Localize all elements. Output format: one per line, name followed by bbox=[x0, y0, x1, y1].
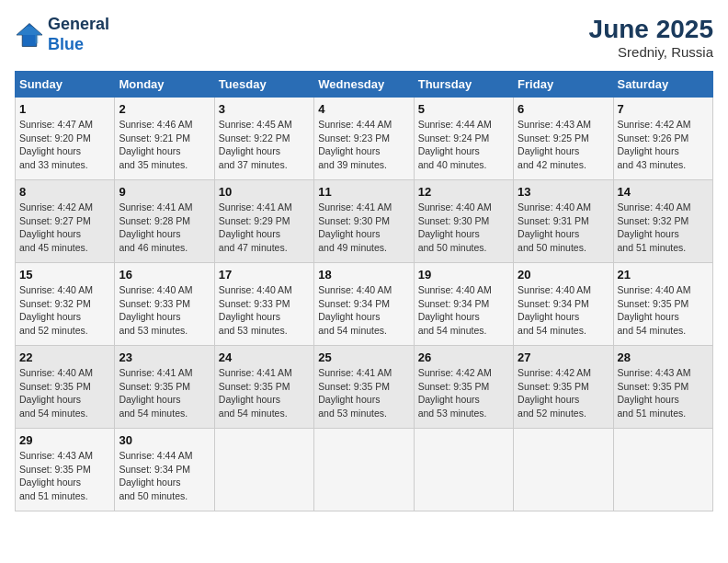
day-number: 7 bbox=[618, 102, 709, 116]
day-info: Sunrise: 4:40 AM Sunset: 9:34 PM Dayligh… bbox=[318, 283, 409, 338]
day-info: Sunrise: 4:43 AM Sunset: 9:35 PM Dayligh… bbox=[19, 449, 110, 503]
day-number: 11 bbox=[318, 185, 409, 199]
day-info: Sunrise: 4:47 AM Sunset: 9:20 PM Dayligh… bbox=[19, 118, 110, 172]
calendar-cell: 10 Sunrise: 4:41 AM Sunset: 9:29 PM Dayl… bbox=[214, 180, 313, 263]
calendar-cell bbox=[613, 429, 712, 511]
day-info: Sunrise: 4:40 AM Sunset: 9:35 PM Dayligh… bbox=[618, 283, 709, 338]
day-info: Sunrise: 4:44 AM Sunset: 9:24 PM Dayligh… bbox=[418, 118, 509, 172]
calendar-cell: 28 Sunrise: 4:43 AM Sunset: 9:35 PM Dayl… bbox=[613, 346, 712, 429]
title-block: June 2025 Sredniy, Russia bbox=[589, 15, 713, 60]
calendar-cell: 12 Sunrise: 4:40 AM Sunset: 9:30 PM Dayl… bbox=[414, 180, 513, 263]
day-number: 29 bbox=[19, 433, 110, 447]
logo-line1: General bbox=[48, 15, 109, 35]
calendar-cell: 26 Sunrise: 4:42 AM Sunset: 9:35 PM Dayl… bbox=[414, 346, 513, 429]
calendar-cell bbox=[514, 429, 613, 511]
day-info: Sunrise: 4:41 AM Sunset: 9:35 PM Dayligh… bbox=[219, 366, 310, 420]
calendar-cell: 27 Sunrise: 4:42 AM Sunset: 9:35 PM Dayl… bbox=[514, 346, 613, 429]
day-number: 2 bbox=[119, 102, 210, 116]
day-number: 12 bbox=[418, 185, 509, 199]
day-info: Sunrise: 4:40 AM Sunset: 9:31 PM Dayligh… bbox=[518, 201, 609, 255]
day-number: 30 bbox=[119, 433, 210, 447]
calendar-table: Sunday Monday Tuesday Wednesday Thursday… bbox=[15, 71, 713, 511]
day-info: Sunrise: 4:44 AM Sunset: 9:34 PM Dayligh… bbox=[119, 449, 210, 503]
calendar-cell: 17 Sunrise: 4:40 AM Sunset: 9:33 PM Dayl… bbox=[214, 263, 313, 346]
day-info: Sunrise: 4:40 AM Sunset: 9:35 PM Dayligh… bbox=[19, 366, 110, 420]
calendar-cell: 25 Sunrise: 4:41 AM Sunset: 9:35 PM Dayl… bbox=[314, 346, 414, 429]
day-info: Sunrise: 4:42 AM Sunset: 9:27 PM Dayligh… bbox=[19, 201, 110, 255]
day-info: Sunrise: 4:40 AM Sunset: 9:32 PM Dayligh… bbox=[618, 201, 709, 255]
day-info: Sunrise: 4:41 AM Sunset: 9:35 PM Dayligh… bbox=[318, 366, 409, 420]
calendar-cell: 16 Sunrise: 4:40 AM Sunset: 9:33 PM Dayl… bbox=[115, 263, 214, 346]
day-number: 17 bbox=[219, 268, 310, 282]
day-info: Sunrise: 4:41 AM Sunset: 9:29 PM Dayligh… bbox=[219, 201, 310, 255]
day-info: Sunrise: 4:41 AM Sunset: 9:30 PM Dayligh… bbox=[318, 201, 409, 255]
day-info: Sunrise: 4:42 AM Sunset: 9:26 PM Dayligh… bbox=[618, 118, 709, 172]
calendar-cell: 5 Sunrise: 4:44 AM Sunset: 9:24 PM Dayli… bbox=[414, 98, 513, 180]
calendar-cell: 18 Sunrise: 4:40 AM Sunset: 9:34 PM Dayl… bbox=[314, 263, 414, 346]
calendar-cell bbox=[414, 429, 513, 511]
day-info: Sunrise: 4:40 AM Sunset: 9:30 PM Dayligh… bbox=[418, 201, 509, 255]
calendar-cell: 4 Sunrise: 4:44 AM Sunset: 9:23 PM Dayli… bbox=[314, 98, 414, 180]
day-number: 8 bbox=[19, 185, 110, 199]
day-number: 16 bbox=[119, 268, 210, 282]
calendar-cell: 1 Sunrise: 4:47 AM Sunset: 9:20 PM Dayli… bbox=[16, 98, 115, 180]
day-number: 3 bbox=[219, 102, 310, 116]
calendar-week-3: 15 Sunrise: 4:40 AM Sunset: 9:32 PM Dayl… bbox=[16, 263, 713, 346]
day-info: Sunrise: 4:46 AM Sunset: 9:21 PM Dayligh… bbox=[119, 118, 210, 172]
day-info: Sunrise: 4:45 AM Sunset: 9:22 PM Dayligh… bbox=[219, 118, 310, 172]
day-number: 28 bbox=[618, 350, 709, 364]
calendar-cell: 8 Sunrise: 4:42 AM Sunset: 9:27 PM Dayli… bbox=[16, 180, 115, 263]
day-info: Sunrise: 4:42 AM Sunset: 9:35 PM Dayligh… bbox=[518, 366, 609, 420]
day-number: 25 bbox=[318, 350, 409, 364]
day-number: 24 bbox=[219, 350, 310, 364]
page-title: June 2025 bbox=[589, 15, 713, 44]
day-number: 10 bbox=[219, 185, 310, 199]
calendar-week-2: 8 Sunrise: 4:42 AM Sunset: 9:27 PM Dayli… bbox=[16, 180, 713, 263]
calendar-cell: 29 Sunrise: 4:43 AM Sunset: 9:35 PM Dayl… bbox=[16, 429, 115, 511]
day-number: 1 bbox=[19, 102, 110, 116]
calendar-cell: 7 Sunrise: 4:42 AM Sunset: 9:26 PM Dayli… bbox=[613, 98, 712, 180]
day-info: Sunrise: 4:41 AM Sunset: 9:35 PM Dayligh… bbox=[119, 366, 210, 420]
logo-icon bbox=[15, 22, 44, 48]
day-info: Sunrise: 4:43 AM Sunset: 9:25 PM Dayligh… bbox=[518, 118, 609, 172]
day-number: 23 bbox=[119, 350, 210, 364]
logo: General Blue bbox=[15, 15, 109, 54]
day-info: Sunrise: 4:43 AM Sunset: 9:35 PM Dayligh… bbox=[618, 366, 709, 420]
calendar-cell: 9 Sunrise: 4:41 AM Sunset: 9:28 PM Dayli… bbox=[115, 180, 214, 263]
calendar-cell bbox=[214, 429, 313, 511]
day-number: 27 bbox=[518, 350, 609, 364]
calendar-cell: 14 Sunrise: 4:40 AM Sunset: 9:32 PM Dayl… bbox=[613, 180, 712, 263]
day-number: 4 bbox=[318, 102, 409, 116]
day-info: Sunrise: 4:40 AM Sunset: 9:34 PM Dayligh… bbox=[418, 283, 509, 338]
day-number: 20 bbox=[518, 268, 609, 282]
calendar-week-5: 29 Sunrise: 4:43 AM Sunset: 9:35 PM Dayl… bbox=[16, 429, 713, 511]
col-tuesday: Tuesday bbox=[214, 72, 313, 98]
col-wednesday: Wednesday bbox=[314, 72, 414, 98]
logo-line2: Blue bbox=[48, 35, 109, 55]
day-info: Sunrise: 4:40 AM Sunset: 9:33 PM Dayligh… bbox=[119, 283, 210, 338]
col-monday: Monday bbox=[115, 72, 214, 98]
day-number: 19 bbox=[418, 268, 509, 282]
calendar-cell: 30 Sunrise: 4:44 AM Sunset: 9:34 PM Dayl… bbox=[115, 429, 214, 511]
calendar-cell: 6 Sunrise: 4:43 AM Sunset: 9:25 PM Dayli… bbox=[514, 98, 613, 180]
day-number: 21 bbox=[618, 268, 709, 282]
page-subtitle: Sredniy, Russia bbox=[589, 44, 713, 60]
calendar-cell: 23 Sunrise: 4:41 AM Sunset: 9:35 PM Dayl… bbox=[115, 346, 214, 429]
day-number: 9 bbox=[119, 185, 210, 199]
calendar-cell: 15 Sunrise: 4:40 AM Sunset: 9:32 PM Dayl… bbox=[16, 263, 115, 346]
header-row: Sunday Monday Tuesday Wednesday Thursday… bbox=[16, 72, 713, 98]
calendar-cell: 2 Sunrise: 4:46 AM Sunset: 9:21 PM Dayli… bbox=[115, 98, 214, 180]
day-number: 15 bbox=[19, 268, 110, 282]
day-number: 5 bbox=[418, 102, 509, 116]
calendar-cell: 24 Sunrise: 4:41 AM Sunset: 9:35 PM Dayl… bbox=[214, 346, 313, 429]
day-number: 18 bbox=[318, 268, 409, 282]
col-saturday: Saturday bbox=[613, 72, 712, 98]
calendar-cell bbox=[314, 429, 414, 511]
day-number: 14 bbox=[618, 185, 709, 199]
day-number: 13 bbox=[518, 185, 609, 199]
calendar-cell: 22 Sunrise: 4:40 AM Sunset: 9:35 PM Dayl… bbox=[16, 346, 115, 429]
col-thursday: Thursday bbox=[414, 72, 513, 98]
day-number: 6 bbox=[518, 102, 609, 116]
day-info: Sunrise: 4:42 AM Sunset: 9:35 PM Dayligh… bbox=[418, 366, 509, 420]
col-sunday: Sunday bbox=[16, 72, 115, 98]
